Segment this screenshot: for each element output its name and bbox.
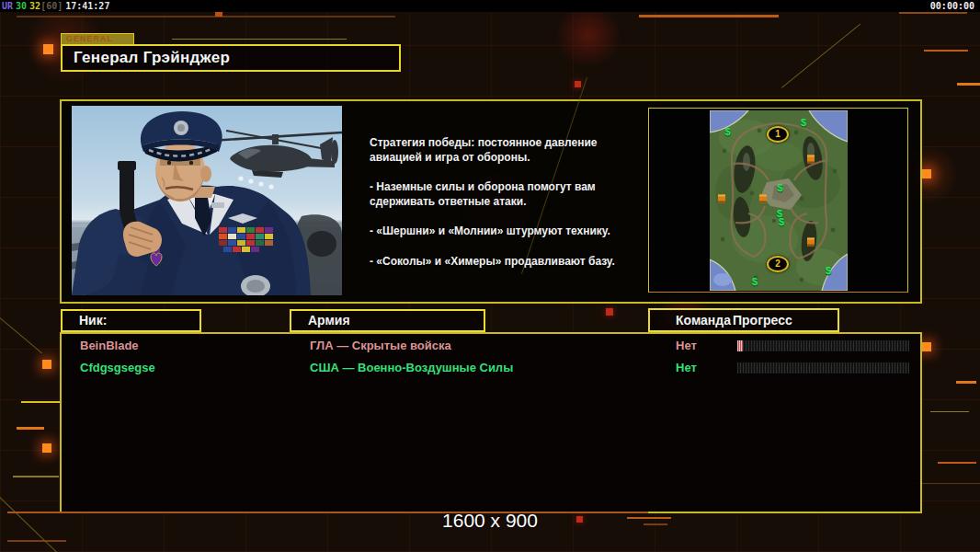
supply-dock-icon: $ xyxy=(801,117,806,127)
strategy-paragraph: - «Шершни» и «Молнии» штурмуют технику. xyxy=(370,224,645,239)
deco-line xyxy=(957,83,980,86)
debug-value: 32 xyxy=(29,1,40,11)
deco-square xyxy=(922,169,931,178)
deco-square xyxy=(606,308,613,316)
deco-square xyxy=(922,342,931,351)
strategy-paragraph: - «Соколы» и «Химеры» продавливают базу. xyxy=(370,255,645,270)
deco-line xyxy=(7,540,66,542)
deco-line xyxy=(21,401,63,403)
supply-dock-icon: $ xyxy=(752,277,758,287)
deco-square xyxy=(575,81,581,87)
players-panel: BeinBladeГЛА — Скрытые войскаНетCfdgsgse… xyxy=(60,332,922,513)
fps-value: 30 xyxy=(16,1,27,11)
resolution-label: 1600 x 900 xyxy=(0,509,980,533)
player-progress-fill xyxy=(737,340,743,351)
deco-line xyxy=(938,462,976,464)
status-bar: UR3032[60]17:41:27 00:00:00 xyxy=(0,0,980,12)
system-clock: 17:41:27 xyxy=(65,1,109,11)
player-progress-bar xyxy=(737,362,909,374)
player-nick: BeinBlade xyxy=(80,337,139,355)
deco-line xyxy=(639,15,779,17)
start-position-marker: 1 xyxy=(767,126,789,143)
supply-dock-icon: $ xyxy=(777,183,782,193)
player-row: CfdgsgsegseСША — Военно-Воздушные СилыНе… xyxy=(62,359,920,381)
map-markers-overlay: 12$$$$$$$ xyxy=(710,110,848,291)
deco-line xyxy=(17,16,395,17)
debug-label: UR xyxy=(2,1,13,11)
deco-line xyxy=(172,39,347,40)
supply-dock-icon: $ xyxy=(724,126,730,136)
map-preview: 12$$$$$$$ xyxy=(710,110,848,291)
column-header-nick: Ник: xyxy=(61,309,201,332)
player-team: Нет xyxy=(676,337,697,355)
tech-building-icon xyxy=(807,238,815,247)
column-header-team-progress: Команда Прогресс xyxy=(648,308,839,332)
deco-line xyxy=(930,411,969,412)
deco-line xyxy=(956,381,976,384)
deco-diagonal xyxy=(0,317,42,353)
column-header-progress: Прогресс xyxy=(733,310,792,330)
deco-line xyxy=(13,476,59,477)
deco-line xyxy=(17,427,44,430)
match-timer: 00:00:00 xyxy=(930,0,974,12)
deco-diagonal xyxy=(781,24,860,88)
column-header-team: Команда xyxy=(676,310,731,330)
player-team: Нет xyxy=(676,359,697,377)
game-lobby-screen: UR3032[60]17:41:27 00:00:00 GENERAL Гене… xyxy=(0,0,980,552)
tech-building-icon xyxy=(807,155,815,163)
player-rows: BeinBladeГЛА — Скрытые войскаНетCfdgsgse… xyxy=(62,337,920,381)
general-portrait-art xyxy=(72,106,342,295)
player-progress-bar xyxy=(737,340,909,352)
supply-dock-icon: $ xyxy=(779,216,784,226)
deco-square xyxy=(42,360,51,369)
deco-line xyxy=(899,12,967,14)
player-army: ГЛА — Скрытые войска xyxy=(310,337,451,355)
tech-building-icon xyxy=(718,195,725,203)
supply-dock-icon: $ xyxy=(826,266,831,276)
strategy-paragraph: Стратегия победы: постоянное давление ав… xyxy=(370,136,645,165)
strategy-text: Стратегия победы: постоянное давление ав… xyxy=(370,136,645,284)
fps-cap: [60] xyxy=(40,1,63,11)
start-position-marker: 2 xyxy=(767,256,789,272)
debug-readout: UR3032[60]17:41:27 xyxy=(2,0,112,12)
deco-square xyxy=(43,44,53,54)
map-preview-panel: 12$$$$$$$ xyxy=(648,108,908,293)
player-row: BeinBladeГЛА — Скрытые войскаНет xyxy=(62,337,920,359)
general-info-panel: Стратегия победы: постоянное давление ав… xyxy=(60,99,922,304)
deco-line xyxy=(924,50,968,52)
deco-square xyxy=(42,443,51,453)
column-header-army: Армия xyxy=(290,309,485,332)
tech-building-icon xyxy=(759,195,767,203)
player-army: США — Военно-Воздушные Силы xyxy=(310,359,513,377)
page-title: Генерал Грэйнджер xyxy=(61,44,401,72)
general-portrait xyxy=(72,106,342,295)
player-nick: Cfdgsgsegse xyxy=(80,359,155,377)
strategy-paragraph: - Наземные силы и оборона помогут вам сд… xyxy=(370,180,645,209)
